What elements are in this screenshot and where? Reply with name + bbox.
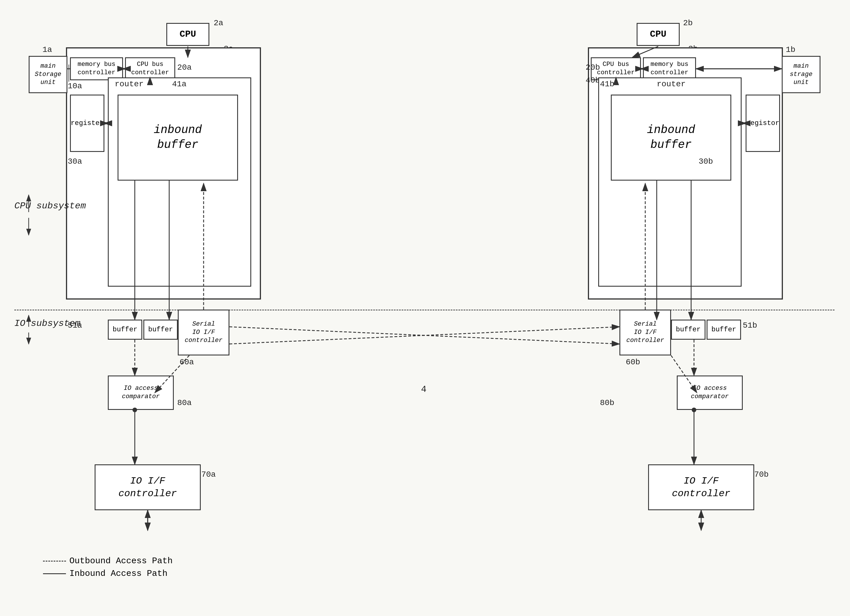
main-storage-b-label: main strage unit [790,62,813,87]
legend-outbound: Outbound Access Path [43,556,173,566]
label-30a: 30a [68,157,82,166]
legend-solid-line [43,573,66,574]
memory-bus-b-label: memory bus controller [650,60,688,77]
buffer-a2: buffer [144,320,178,340]
memory-bus-b: memory bus controller [643,57,696,80]
serial-io-a: Serial IO I/F controller [178,309,229,356]
label-1b: 1b [786,45,796,54]
buffer-b2: buffer [706,320,741,340]
label-51b: 51b [743,321,757,330]
buffer-a2-label: buffer [148,325,173,334]
serial-io-a-label: Serial IO I/F controller [185,320,223,345]
cpu-subsystem-label: CPU subsystem [14,201,86,211]
label-60a: 60a [180,358,194,366]
cpu-io-separator [14,309,835,311]
svg-line-21 [229,327,620,344]
inbound-buffer-a: inbound buffer [118,94,238,181]
router-label-b: router [657,80,686,88]
label-10a: 10a [68,82,82,91]
inbound-buffer-b-label: inbound buffer [647,123,695,153]
label-51a: 51a [68,321,82,330]
label-70a: 70a [201,470,215,479]
inbound-buffer-b: inbound buffer [611,94,731,181]
io-if-b: IO I/F controller [648,464,754,510]
io-access-a-label: IO access comparator [122,384,160,401]
main-storage-b: main strage unit [782,56,820,93]
label-80a: 80a [177,398,192,407]
register-a-label: register [70,119,103,127]
register-a: register [70,94,105,152]
legend-outbound-label: Outbound Access Path [69,556,173,566]
label-20b: 20b [586,63,600,72]
io-access-a: IO access comparator [108,375,174,410]
legend-inbound-label: Inbound Access Path [69,569,168,579]
buffer-a1-label: buffer [113,325,138,334]
buffer-a1: buffer [108,320,142,340]
cpu-bus-b-label: CPU bus controller [597,60,635,77]
label-40b: 40b [586,76,600,85]
io-if-b-label: IO I/F controller [672,475,730,500]
main-storage-a-label: main Storage unit [35,62,61,87]
label-1a: 1a [42,45,52,54]
label-20a: 20a [177,63,192,72]
diagram: CPU 2a 3a 1a main Storage unit memory bu… [0,0,850,616]
cpu-label-b: CPU [650,28,666,40]
io-if-a: IO I/F controller [95,464,201,510]
io-access-b-label: IO access comparator [691,384,729,401]
io-access-b: IO access comparator [677,375,743,410]
svg-line-20 [229,327,620,344]
cpu-bus-a: CPU bus controller [125,57,175,80]
inbound-buffer-a-label: inbound buffer [154,123,202,153]
label-80b: 80b [600,398,614,407]
memory-bus-a: memory bus controller [70,57,123,80]
label-2b: 2b [683,19,693,27]
label-41a: 41a [172,80,186,88]
cpu-label-a: CPU [180,28,196,40]
router-label-a: router [115,80,144,88]
cpu-box-b: CPU [637,23,679,46]
main-storage-a: main Storage unit [29,56,67,93]
cpu-bus-a-label: CPU bus controller [131,60,169,77]
legend-dashed-line [43,561,66,562]
buffer-b1: buffer [671,320,705,340]
serial-io-b-label: Serial IO I/F controller [626,320,664,345]
memory-bus-a-label: memory bus controller [78,60,115,77]
label-60b: 60b [626,358,640,366]
cpu-box-a: CPU [166,23,210,46]
label-4: 4 [421,384,426,395]
register-b-label: registor [746,119,779,127]
label-2a: 2a [214,19,223,27]
label-30b: 30b [699,157,713,166]
buffer-b1-label: buffer [676,325,700,334]
serial-io-b: Serial IO I/F controller [620,309,671,356]
legend: Outbound Access Path Inbound Access Path [43,556,173,581]
label-70b: 70b [754,470,769,479]
legend-inbound: Inbound Access Path [43,569,173,579]
io-if-a-label: IO I/F controller [118,475,177,500]
register-b: registor [745,94,780,152]
buffer-b2-label: buffer [711,325,736,334]
label-41b: 41b [600,80,614,88]
